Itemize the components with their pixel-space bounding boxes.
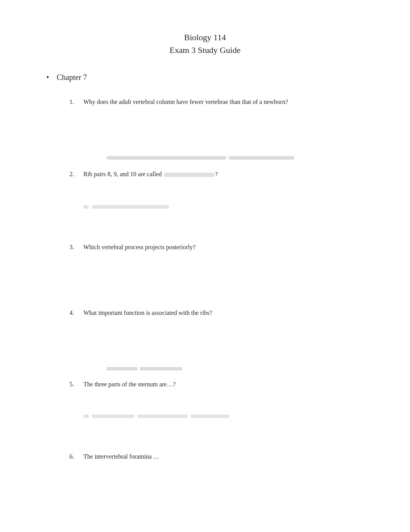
chapter-bullet: • Chapter 7 bbox=[46, 72, 364, 83]
question-block-5: 5. The three parts of the sternum are…? bbox=[69, 373, 364, 445]
question-number-4: 4. bbox=[69, 308, 83, 318]
answer-blank-2 bbox=[164, 173, 214, 177]
hint-bar-1 bbox=[107, 156, 226, 160]
hint-bar-q2-1 bbox=[83, 205, 89, 209]
question-text-6: The intervertebral foramina … bbox=[83, 452, 364, 461]
question-number-2: 2. bbox=[69, 170, 83, 179]
question-item-2: 2. Rib pairs 8, 9, and 10 are called ? bbox=[69, 163, 364, 201]
question-item-6: 6. The intervertebral foramina … bbox=[69, 445, 364, 484]
hint-bar-q2-2 bbox=[92, 205, 169, 209]
hint-bar-q5-3 bbox=[191, 415, 229, 418]
question-item-3: 3. Which vertebral process projects post… bbox=[69, 236, 364, 274]
question-text-1: Why does the adult vertebral column have… bbox=[83, 97, 364, 107]
chapter-label: Chapter 7 bbox=[57, 72, 87, 83]
hint-bar-2 bbox=[229, 156, 294, 160]
question-number-6: 6. bbox=[69, 452, 83, 461]
question-number-3: 3. bbox=[69, 243, 83, 252]
header-line1: Biology 114 bbox=[46, 31, 364, 44]
question-item-1: 1. Why does the adult vertebral column h… bbox=[69, 90, 364, 129]
question-block-4: 4. What important function is associated… bbox=[69, 301, 364, 367]
question-block-3: 3. Which vertebral process projects post… bbox=[69, 236, 364, 301]
question-text-4: What important function is associated wi… bbox=[83, 308, 364, 318]
hint-bar-q5-1 bbox=[92, 415, 134, 418]
answer-hint-lines-q1 bbox=[107, 156, 364, 160]
question-item-5: 5. The three parts of the sternum are…? bbox=[69, 373, 364, 411]
answer-hint-q5 bbox=[83, 415, 364, 418]
question-item-4: 4. What important function is associated… bbox=[69, 301, 364, 340]
question-text-5: The three parts of the sternum are…? bbox=[83, 380, 364, 389]
question-block-1: 1. Why does the adult vertebral column h… bbox=[69, 90, 364, 156]
bullet-icon: • bbox=[46, 72, 49, 83]
chapter-section: • Chapter 7 1. Why does the adult verteb… bbox=[46, 72, 364, 495]
hint-bar-q5-0 bbox=[83, 415, 89, 418]
question-block-2: 2. Rib pairs 8, 9, and 10 are called ? bbox=[69, 163, 364, 236]
question-number-1: 1. bbox=[69, 97, 83, 107]
hint-bar-q4-2 bbox=[140, 367, 182, 371]
page: Biology 114 Exam 3 Study Guide • Chapter… bbox=[0, 0, 410, 532]
header-title: Biology 114 Exam 3 Study Guide bbox=[46, 31, 364, 56]
document-header: Biology 114 Exam 3 Study Guide bbox=[46, 31, 364, 56]
questions-list: 1. Why does the adult vertebral column h… bbox=[69, 90, 364, 495]
answer-hint-q2 bbox=[83, 205, 364, 209]
question-block-6: 6. The intervertebral foramina … bbox=[69, 445, 364, 495]
question-text-2: Rib pairs 8, 9, and 10 are called ? bbox=[83, 170, 364, 179]
answer-hint-lines-q4 bbox=[107, 367, 364, 371]
header-line2: Exam 3 Study Guide bbox=[46, 44, 364, 56]
question-number-5: 5. bbox=[69, 380, 83, 389]
hint-bar-q5-2 bbox=[137, 415, 188, 418]
hint-bar-q4-1 bbox=[107, 367, 137, 371]
question-text-3: Which vertebral process projects posteri… bbox=[83, 243, 364, 252]
